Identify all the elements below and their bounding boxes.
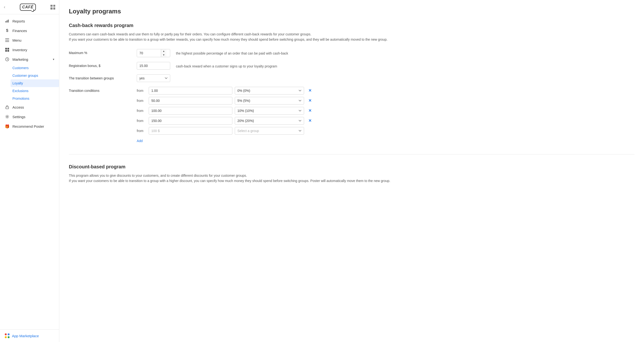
tc-from-label-4: from	[137, 119, 146, 123]
tc-row-4: from 20% (20%) ✕	[137, 117, 314, 125]
menu-icon	[5, 38, 10, 43]
tc-group-1[interactable]: 0% (0%)	[235, 87, 304, 95]
sidebar-item-customers[interactable]: Customers	[12, 64, 59, 72]
sidebar-item-inventory[interactable]: Inventory	[0, 45, 59, 55]
finances-icon: $	[5, 28, 10, 33]
sidebar-item-label-inventory: Inventory	[12, 48, 27, 52]
max-percent-label: Maximum %	[69, 49, 131, 55]
sidebar-item-finances[interactable]: $ Finances	[0, 26, 59, 35]
transition-conditions-row: Transition conditions from 0% (0%) ✕ fro…	[69, 87, 634, 143]
svg-rect-4	[5, 40, 9, 41]
discount-section: Discount-based program This program allo…	[69, 164, 634, 184]
marketing-icon	[5, 57, 10, 62]
tc-row-1: from 0% (0%) ✕	[137, 87, 314, 95]
tc-from-label-3: from	[137, 109, 146, 113]
spinner-up[interactable]: ▲	[161, 49, 166, 53]
cashback-section: Cash-back rewards program Customers can …	[69, 23, 634, 143]
tc-group-3[interactable]: 10% (10%)	[235, 107, 304, 115]
access-icon	[5, 105, 10, 110]
sidebar-item-reports[interactable]: Reports	[0, 16, 59, 26]
marketplace-icon	[5, 333, 10, 338]
cashback-section-title: Cash-back rewards program	[69, 23, 634, 28]
spinner-down[interactable]: ▼	[161, 53, 166, 57]
registration-bonus-label: Registration bonus, $	[69, 62, 131, 68]
recommend-icon: 🎁	[5, 124, 10, 129]
transition-conditions: from 0% (0%) ✕ from 5% (5%) ✕	[137, 87, 314, 143]
back-button[interactable]: ‹	[4, 5, 5, 10]
discount-section-title: Discount-based program	[69, 164, 634, 170]
max-percent-help: the highest possible percentage of an or…	[176, 49, 288, 56]
tc-amount-3[interactable]	[149, 107, 232, 115]
sidebar-item-label-marketing: Marketing	[12, 57, 28, 62]
transition-select[interactable]: yes no	[137, 74, 170, 82]
transition-conditions-label: Transition conditions	[69, 87, 131, 93]
sidebar-item-marketing[interactable]: Marketing ▾	[0, 55, 59, 64]
registration-bonus-row: Registration bonus, $ cash-back reward w…	[69, 62, 634, 70]
nav-section: Reports $ Finances Menu Inventory Market…	[0, 14, 59, 133]
sidebar-item-loyalty[interactable]: Loyalty	[10, 79, 59, 87]
sidebar-item-recommend[interactable]: 🎁 Recommend Poster	[0, 122, 59, 131]
page-title: Loyalty programs	[69, 8, 634, 15]
inventory-icon	[5, 47, 10, 52]
app-marketplace-link[interactable]: App Marketplace	[5, 333, 54, 338]
svg-rect-9	[8, 50, 9, 52]
cashback-desc-line1: Customers can earn cash-back rewards and…	[69, 32, 311, 36]
sidebar: ‹ CAFÉ Reports $ Finances Menu	[0, 0, 59, 342]
sidebar-item-label-recommend: Recommend Poster	[12, 124, 44, 128]
tc-amount-2[interactable]	[149, 97, 232, 105]
sidebar-item-label-access: Access	[12, 105, 24, 109]
svg-rect-8	[5, 50, 7, 52]
transition-row: The transition between groups yes no	[69, 74, 634, 82]
svg-point-12	[7, 116, 8, 117]
tc-delete-2[interactable]: ✕	[306, 97, 314, 104]
tc-delete-4[interactable]: ✕	[306, 117, 314, 124]
sidebar-item-promotions[interactable]: Promotions	[12, 95, 59, 102]
tc-amount-4[interactable]	[149, 117, 232, 125]
add-link[interactable]: Add	[137, 139, 143, 143]
discount-desc-line2: If you want your customers to be able to…	[69, 179, 390, 183]
sidebar-item-label-menu: Menu	[12, 38, 22, 42]
cashback-description: Customers can earn cash-back rewards and…	[69, 32, 634, 42]
registration-bonus-input[interactable]	[137, 62, 170, 70]
tc-group-4[interactable]: 20% (20%)	[235, 117, 304, 125]
tc-group-5[interactable]: Select a group	[235, 127, 304, 135]
svg-rect-11	[6, 107, 8, 109]
svg-rect-7	[8, 48, 9, 50]
sidebar-item-label-finances: Finances	[12, 29, 27, 33]
sidebar-item-exclusions[interactable]: Exclusions	[12, 87, 59, 95]
spinner-controls: ▲ ▼	[161, 49, 166, 57]
max-percent-spinner: ▲ ▼	[137, 49, 170, 57]
transition-label: The transition between groups	[69, 74, 131, 80]
max-percent-input[interactable]	[137, 50, 161, 57]
discount-description: This program allows you to give discount…	[69, 173, 634, 184]
sidebar-item-settings[interactable]: Settings	[0, 112, 59, 122]
marketing-subnav: Customers Customer groups Loyalty Exclus…	[0, 64, 59, 102]
tc-from-label-2: from	[137, 99, 146, 103]
cashback-desc-line2: If you want your customers to be able to…	[69, 38, 388, 41]
tc-from-label-5: from	[137, 129, 146, 133]
sidebar-header: ‹ CAFÉ	[0, 0, 59, 14]
grid-icon[interactable]	[50, 5, 55, 10]
sidebar-item-menu[interactable]: Menu	[0, 35, 59, 45]
app-marketplace-label: App Marketplace	[12, 334, 39, 338]
max-percent-input-wrap: ▲ ▼	[137, 49, 170, 57]
tc-delete-1[interactable]: ✕	[306, 87, 314, 94]
sidebar-item-access[interactable]: Access	[0, 102, 59, 112]
tc-group-2[interactable]: 5% (5%)	[235, 97, 304, 105]
registration-bonus-help: cash-back reward when a customer signs u…	[176, 62, 277, 69]
tc-amount-5[interactable]	[149, 127, 232, 135]
section-divider	[69, 154, 634, 155]
svg-rect-3	[5, 39, 9, 39]
tc-row-3: from 10% (10%) ✕	[137, 107, 314, 115]
main-content: Loyalty programs Cash-back rewards progr…	[59, 0, 644, 342]
sidebar-item-customer-groups[interactable]: Customer groups	[12, 72, 59, 79]
tc-delete-3[interactable]: ✕	[306, 107, 314, 114]
settings-icon	[5, 114, 10, 119]
sidebar-item-label-reports: Reports	[12, 19, 25, 23]
tc-from-label-1: from	[137, 89, 146, 93]
discount-desc-line1: This program allows you to give discount…	[69, 174, 247, 177]
reports-icon	[5, 19, 10, 24]
sidebar-item-label-settings: Settings	[12, 115, 25, 119]
tc-amount-1[interactable]	[149, 87, 232, 95]
tc-row-5: from Select a group	[137, 127, 314, 135]
